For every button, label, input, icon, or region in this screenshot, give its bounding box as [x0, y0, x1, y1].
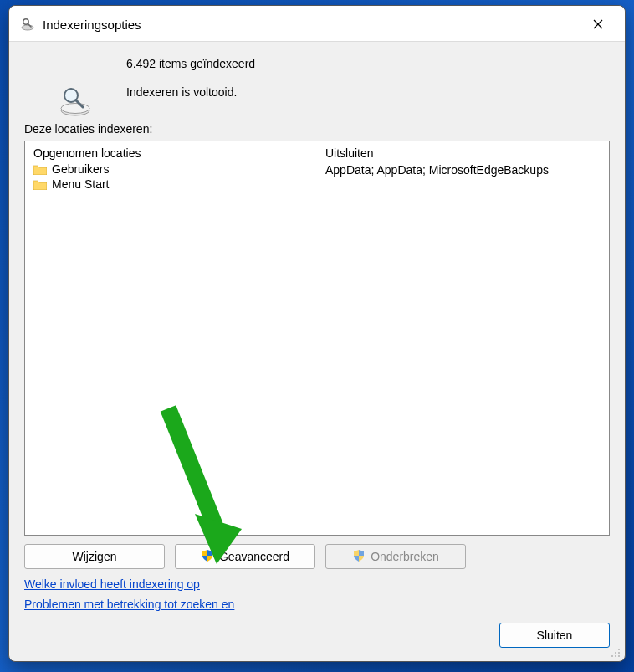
modify-button[interactable]: Wijzigen [24, 544, 165, 569]
pause-label: Onderbreken [371, 550, 439, 563]
locations-list[interactable]: Opgenomen locaties Gebruikers Menu Start… [24, 141, 610, 536]
shield-icon [201, 549, 214, 565]
link-troubleshoot[interactable]: Problemen met betrekking tot zoeken en [24, 598, 234, 611]
included-column: Opgenomen locaties Gebruikers Menu Start [25, 141, 317, 535]
locations-label: Deze locaties indexeren: [24, 122, 610, 136]
advanced-button[interactable]: Geavanceerd [175, 544, 315, 569]
dialog-content: 6.492 items geïndexeerd Indexeren is vol… [9, 42, 625, 661]
help-links: Welke invloed heeft indexering op Proble… [24, 577, 610, 618]
included-header: Opgenomen locaties [33, 146, 309, 160]
advanced-label: Geavanceerd [219, 550, 289, 563]
folder-icon [33, 179, 47, 190]
list-item[interactable]: Gebruikers [33, 162, 309, 177]
status-block: 6.492 items geïndexeerd Indexeren is vol… [24, 54, 610, 122]
exclude-column: Uitsluiten AppData; AppData; MicrosoftEd… [317, 141, 609, 535]
location-label: Gebruikers [52, 162, 109, 176]
close-button[interactable] [581, 13, 615, 36]
indexing-state: Indexeren is voltooid. [126, 85, 610, 99]
indexing-options-icon [19, 16, 36, 33]
window-title: Indexeringsopties [43, 18, 141, 32]
exclude-value [325, 177, 601, 179]
resize-grip[interactable] [610, 647, 621, 659]
indexing-options-dialog: Indexeringsopties 6.492 items geïndexeer… [8, 5, 626, 662]
pause-button: Onderbreken [325, 544, 466, 569]
svg-point-0 [22, 25, 33, 30]
modify-label: Wijzigen [73, 550, 117, 563]
footer-row: Sluiten [24, 623, 610, 648]
svg-point-14 [611, 655, 613, 657]
close-dialog-button[interactable]: Sluiten [499, 623, 610, 648]
exclude-value: AppData; AppData; MicrosoftEdgeBackups [325, 162, 601, 177]
folder-icon [33, 164, 47, 175]
svg-point-6 [61, 104, 89, 114]
svg-point-12 [615, 652, 616, 654]
svg-point-11 [618, 649, 620, 650]
shield-icon [352, 549, 366, 565]
exclude-header: Uitsluiten [325, 146, 601, 160]
close-icon [593, 19, 603, 29]
svg-point-16 [618, 655, 620, 657]
magnifier-drive-icon [58, 85, 93, 120]
list-item[interactable]: Menu Start [33, 177, 309, 192]
indexed-count: 6.492 items geïndexeerd [126, 57, 610, 70]
titlebar: Indexeringsopties [9, 6, 625, 42]
svg-point-15 [615, 655, 616, 657]
location-label: Menu Start [52, 177, 109, 191]
action-buttons: Wijzigen Geavanceerd [24, 544, 610, 569]
svg-point-13 [618, 652, 620, 654]
link-how-affects[interactable]: Welke invloed heeft indexering op [24, 577, 200, 591]
